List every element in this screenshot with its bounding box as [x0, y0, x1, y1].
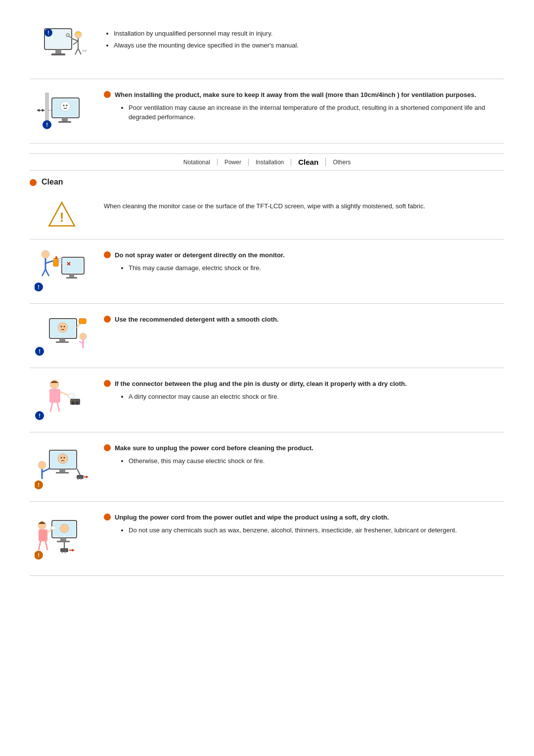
svg-point-56 [64, 326, 65, 328]
svg-marker-113 [72, 549, 74, 552]
svg-rect-43 [55, 256, 57, 259]
svg-rect-34 [66, 277, 77, 279]
nav-installation[interactable]: Installation [249, 159, 291, 166]
svg-line-39 [45, 261, 53, 263]
ventilation-svg: ! [35, 88, 89, 133]
svg-rect-58 [79, 319, 86, 324]
svg-text:!: ! [38, 552, 40, 558]
warning-triangle-svg: ! [47, 200, 77, 230]
clean-illustration-5: ! [30, 441, 94, 492]
svg-rect-81 [56, 472, 69, 473]
svg-point-96 [61, 457, 62, 459]
svg-point-95 [58, 454, 68, 464]
dry-cloth-sub: Do not use any chemicals such as wax, be… [119, 525, 504, 535]
detergent-instruction: Use the recommended detergent with a smo… [104, 315, 504, 325]
circle-icon-detergent [104, 316, 111, 323]
clean-section-3: ! Use the recommended detergent with a s… [30, 304, 504, 368]
spray-sub: This may cause damage, electric shock or… [119, 263, 504, 273]
nav-bar: Notational Power Installation Clean Othe… [30, 153, 504, 171]
svg-line-10 [75, 48, 78, 54]
svg-text:!: ! [46, 122, 48, 128]
svg-rect-23 [58, 121, 71, 123]
clean-section-5-content: Make sure to unplug the power cord befor… [104, 441, 504, 468]
svg-text:!: ! [38, 482, 40, 488]
svg-rect-22 [62, 118, 68, 121]
svg-rect-110 [60, 548, 68, 552]
dry-cloth-instruction: Unplug the power cord from the power out… [104, 513, 504, 522]
svg-rect-70 [76, 402, 78, 405]
bullet-install-1: Installation by unqualified personnel ma… [114, 29, 504, 39]
svg-point-59 [80, 333, 87, 340]
circle-icon-ventilation [104, 91, 111, 98]
svg-line-11 [78, 48, 81, 54]
circle-icon-dry-cloth [104, 514, 111, 520]
svg-line-9 [72, 39, 78, 41]
unplug-sub: Otherwise, this may cause electric shock… [119, 456, 504, 466]
dry-cloth-svg: ! [35, 511, 89, 560]
installation-section-1-content: Installation by unqualified personnel ma… [104, 24, 504, 52]
svg-text:!: ! [39, 348, 41, 354]
svg-rect-101 [57, 541, 70, 542]
svg-rect-2 [55, 49, 61, 53]
ventilation-sub: Poor ventilation may cause an increase i… [119, 103, 504, 122]
svg-rect-104 [39, 529, 47, 541]
clean-illustration-6: ! [30, 511, 94, 562]
installation-section-2-content: When installing the product, make sure t… [104, 88, 504, 124]
svg-point-102 [60, 524, 69, 533]
svg-point-73 [75, 400, 76, 402]
nav-clean[interactable]: Clean [291, 158, 326, 166]
clean-section-5: ! Make sure to unplug the power cord bef… [30, 432, 504, 502]
installation-section-1-list: Installation by unqualified personnel ma… [114, 29, 504, 50]
connector-svg: ! [35, 377, 89, 422]
svg-text:!: ! [39, 413, 41, 419]
circle-icon-connector [104, 380, 111, 387]
svg-point-97 [64, 457, 65, 459]
svg-rect-32 [63, 258, 83, 273]
svg-point-54 [58, 323, 68, 332]
svg-line-92 [42, 469, 49, 472]
bullet-spray-1: This may cause damage, electric shock or… [129, 263, 504, 273]
svg-point-37 [42, 250, 49, 258]
clean-illustration-3: ! [30, 313, 94, 359]
svg-rect-106 [51, 526, 56, 529]
svg-text:!: ! [38, 284, 40, 290]
connector-sub: A dirty connector may cause an electric … [119, 392, 504, 402]
clean-section-2-content: Do not spray water or detergent directly… [104, 248, 504, 275]
svg-line-40 [42, 269, 45, 276]
svg-text:??: ?? [82, 49, 87, 53]
svg-marker-16 [37, 109, 40, 112]
svg-rect-100 [60, 538, 66, 541]
svg-line-107 [39, 541, 41, 550]
nav-others[interactable]: Others [326, 159, 357, 166]
clean-section-6: ! Unplug the power cord from the power o… [30, 502, 504, 570]
svg-point-90 [38, 461, 46, 469]
svg-text:!: ! [47, 30, 49, 36]
clean-section-1-content: When cleaning the monitor case or the su… [104, 200, 504, 210]
svg-rect-52 [59, 338, 65, 341]
bullet-connector-1: A dirty connector may cause an electric … [129, 392, 504, 402]
clean-section-4-content: If the connector between the plug and th… [104, 377, 504, 403]
svg-line-8 [73, 41, 78, 45]
svg-point-24 [60, 101, 70, 111]
svg-point-25 [63, 105, 65, 106]
clean-section-1: ! When cleaning the monitor case or the … [30, 191, 504, 239]
bullet-unplug-1: Otherwise, this may cause electric shock… [129, 456, 504, 466]
bullet-install-2: Always use the mounting device specified… [114, 41, 504, 50]
clean-section-3-content: Use the recommended detergent with a smo… [104, 313, 504, 325]
svg-rect-80 [59, 469, 65, 472]
svg-line-66 [60, 392, 69, 396]
clean-illustration-4: ! [30, 377, 94, 423]
svg-line-41 [45, 269, 49, 276]
svg-marker-17 [42, 109, 44, 112]
ventilation-instruction: When installing the product, make sure t… [104, 90, 504, 100]
svg-line-108 [45, 541, 47, 550]
detergent-svg: ! [35, 313, 89, 357]
nav-notational[interactable]: Notational [177, 159, 218, 166]
installation-section-1: ! ?? I [30, 15, 504, 79]
clean-section-2: ! Do not spray water or detergent direct… [30, 239, 504, 304]
nav-power[interactable]: Power [218, 159, 249, 166]
installation-illustration-2: ! [30, 88, 94, 134]
circle-icon-unplug [104, 444, 111, 451]
clean-section-4: ! If the connector between the plug and … [30, 368, 504, 432]
circle-icon-clean-title [30, 179, 37, 186]
